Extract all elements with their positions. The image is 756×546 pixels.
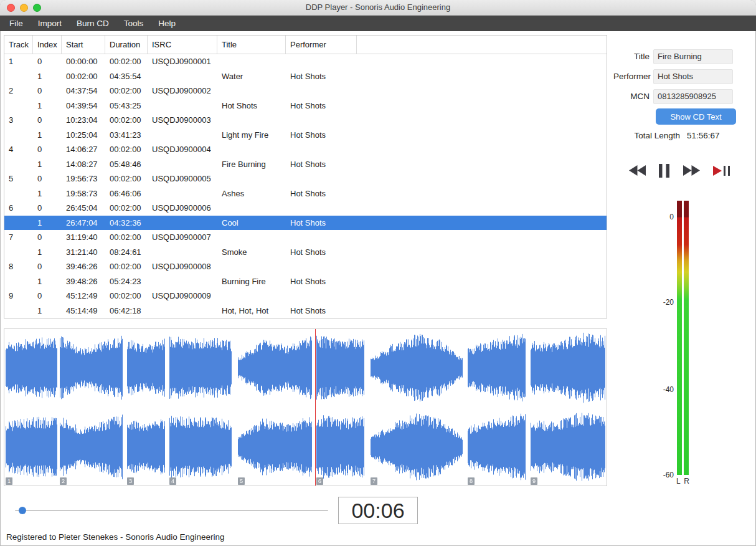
column-header-performer[interactable]: Performer — [286, 36, 357, 54]
table-row[interactable]: 9045:12:4900:02:00USQDJ0900009 — [4, 289, 607, 304]
menu-tools[interactable]: Tools — [116, 16, 151, 31]
cell-performer: Hot Shots — [286, 101, 357, 110]
table-row[interactable]: 1000:00:0000:02:00USQDJ0900001 — [4, 54, 607, 69]
level-meter-right — [684, 201, 689, 475]
cell-title: Burning Fire — [217, 277, 286, 286]
cell-duration: 00:02:00 — [105, 57, 148, 66]
level-meter-left — [677, 201, 682, 475]
cell-track: 8 — [4, 262, 33, 271]
cell-index: 0 — [33, 291, 62, 300]
column-header-title[interactable]: Title — [217, 36, 286, 54]
menu-help[interactable]: Help — [151, 16, 183, 31]
table-row[interactable]: 2004:37:5400:02:00USQDJ0900002 — [4, 84, 607, 98]
cell-index: 0 — [33, 174, 62, 183]
fast-forward-icon — [683, 165, 700, 178]
table-header-row: TrackIndexStartDurationISRCTitlePerforme… — [4, 36, 607, 54]
performer-input[interactable] — [653, 69, 733, 84]
meter-channel-labels: L R — [676, 477, 689, 486]
cell-index: 0 — [33, 145, 62, 154]
menu-import[interactable]: Import — [31, 16, 69, 31]
meter-channel-left-label: L — [676, 477, 681, 486]
track-start-marker[interactable]: 6 — [316, 477, 323, 485]
seek-slider-track[interactable] — [15, 510, 328, 511]
column-header-duration[interactable]: Duration — [105, 36, 148, 54]
cell-duration: 00:02:00 — [105, 203, 148, 213]
track-start-marker[interactable]: 5 — [238, 477, 245, 485]
table-body: 1000:00:0000:02:00USQDJ0900001100:02:000… — [4, 54, 607, 318]
cell-index: 0 — [33, 115, 62, 125]
cell-start: 14:06:27 — [62, 145, 105, 154]
table-row[interactable]: 5019:56:7300:02:00USQDJ0900005 — [4, 171, 607, 186]
waveform-display[interactable]: 123456789 — [4, 328, 607, 486]
table-row[interactable]: 104:39:5405:43:25Hot ShotsHot Shots — [4, 98, 607, 113]
cell-performer: Hot Shots — [286, 72, 357, 81]
title-input[interactable] — [653, 49, 733, 64]
track-start-marker[interactable]: 4 — [169, 477, 176, 485]
table-row[interactable]: 7031:19:4000:02:00USQDJ0900007 — [4, 230, 607, 245]
table-row[interactable]: 4014:06:2700:02:00USQDJ0900004 — [4, 142, 607, 157]
meter-scale-40: -40 — [655, 385, 674, 394]
total-length-label: Total Length — [613, 131, 687, 140]
fast-forward-button[interactable] — [683, 165, 700, 178]
track-start-marker[interactable]: 1 — [6, 477, 12, 485]
total-length-value: 51:56:67 — [687, 131, 720, 140]
cell-track: 2 — [4, 86, 33, 95]
cell-start: 45:14:49 — [62, 306, 105, 315]
table-row[interactable]: 139:48:2605:24:23Burning FireHot Shots — [4, 274, 607, 289]
cell-start: 19:56:73 — [62, 174, 105, 183]
track-start-marker[interactable]: 9 — [531, 477, 537, 485]
table-row[interactable]: 131:21:4008:24:61SmokeHot Shots — [4, 245, 607, 260]
play-to-marker-icon — [713, 165, 732, 179]
cell-index: 0 — [33, 203, 62, 213]
title-field-label: Title — [613, 52, 653, 61]
track-start-marker[interactable]: 3 — [127, 477, 134, 485]
mcn-field-label: MCN — [613, 92, 653, 101]
column-header-start[interactable]: Start — [62, 36, 105, 54]
cell-index: 1 — [33, 189, 62, 198]
pause-button[interactable] — [659, 164, 669, 180]
menu-burn-cd[interactable]: Burn CD — [69, 16, 116, 31]
cell-start: 10:23:04 — [62, 115, 105, 125]
mcn-input[interactable] — [653, 89, 733, 104]
cell-duration: 04:35:54 — [105, 72, 148, 81]
rewind-button[interactable] — [629, 165, 646, 178]
cell-duration: 06:46:06 — [105, 189, 148, 198]
column-header-track[interactable]: Track — [4, 36, 33, 54]
table-row[interactable]: 3010:23:0400:02:00USQDJ0900003 — [4, 113, 607, 128]
cell-track: 7 — [4, 232, 33, 242]
waveform-canvas[interactable] — [4, 329, 607, 486]
cell-track: 5 — [4, 174, 33, 183]
track-start-marker[interactable]: 7 — [371, 477, 377, 485]
menu-file[interactable]: File — [2, 16, 31, 31]
time-display: 00:06 — [338, 497, 418, 524]
track-start-marker[interactable]: 8 — [468, 477, 475, 485]
table-row[interactable]: 114:08:2705:48:46Fire BurningHot Shots — [4, 157, 607, 172]
cell-duration: 00:02:00 — [105, 115, 148, 125]
cell-duration: 05:24:23 — [105, 277, 148, 286]
cell-track: 9 — [4, 291, 33, 300]
play-to-marker-button[interactable] — [713, 165, 732, 179]
table-row[interactable]: 8039:46:2600:02:00USQDJ0900008 — [4, 259, 607, 274]
title-field-row: Title — [613, 49, 737, 64]
meter-scale-20: -20 — [655, 298, 674, 307]
seek-slider-knob[interactable] — [19, 507, 26, 514]
table-row[interactable]: 110:25:0403:41:23Light my FireHot Shots — [4, 128, 607, 143]
table-row[interactable]: 6026:45:0400:02:00USQDJ0900006 — [4, 201, 607, 216]
table-row[interactable]: 100:02:0004:35:54WaterHot Shots — [4, 69, 607, 84]
column-header-index[interactable]: Index — [33, 36, 62, 54]
seek-slider[interactable] — [15, 506, 328, 515]
track-start-marker[interactable]: 2 — [60, 477, 67, 485]
cell-performer: Hot Shots — [286, 189, 357, 198]
mcn-field-row: MCN — [613, 89, 737, 104]
table-row[interactable]: 126:47:0404:32:36CoolHot Shots — [4, 216, 607, 231]
cell-start: 26:47:04 — [62, 218, 105, 228]
cell-duration: 00:02:00 — [105, 145, 148, 154]
column-header-isrc[interactable]: ISRC — [148, 36, 217, 54]
table-row[interactable]: 145:14:4906:42:18Hot, Hot, HotHot Shots — [4, 304, 607, 318]
cell-isrc: USQDJ0900008 — [148, 262, 217, 271]
table-row[interactable]: 119:58:7306:46:06AshesHot Shots — [4, 186, 607, 201]
performer-field-row: Performer — [613, 69, 737, 84]
cell-start: 26:45:04 — [62, 203, 105, 213]
show-cd-text-button[interactable]: Show CD Text — [656, 108, 736, 125]
cell-start: 04:37:54 — [62, 86, 105, 95]
